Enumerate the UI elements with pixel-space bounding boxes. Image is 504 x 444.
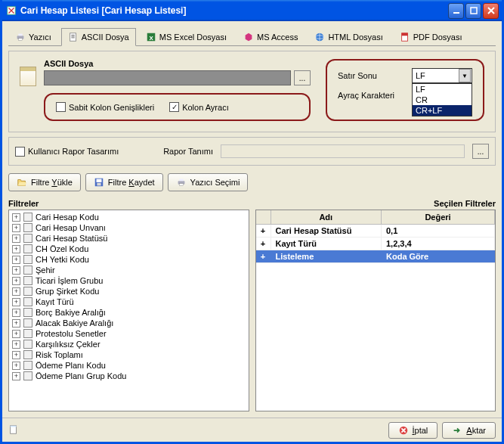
export-panel: ASCII Dosya ... Sabit Kolon Genişlikleri	[8, 51, 496, 132]
report-browse-button[interactable]: ...	[472, 144, 489, 159]
maximize-button[interactable]	[465, 3, 481, 19]
tree-row[interactable]: +Karşılıksız Çekler	[11, 339, 247, 349]
tree-checkbox[interactable]	[23, 297, 32, 306]
tree-checkbox[interactable]	[23, 371, 32, 380]
tree-checkbox[interactable]	[23, 350, 32, 359]
tab-access[interactable]: MS Access	[237, 28, 305, 46]
tree-expand-icon[interactable]: +	[12, 362, 20, 370]
user-design-checkbox[interactable]: Kullanıcı Rapor Tasarımı	[15, 147, 126, 157]
tree-expand-icon[interactable]: +	[12, 266, 20, 275]
tree-checkbox[interactable]	[23, 287, 32, 296]
dropdown-item[interactable]: CR	[413, 95, 472, 105]
tree-row[interactable]: +Cari Hesap Kodu	[11, 212, 247, 222]
tree-row[interactable]: +Kayıt Türü	[11, 297, 247, 307]
tree-checkbox[interactable]	[23, 265, 32, 275]
tree-checkbox[interactable]	[23, 318, 32, 328]
line-end-combo[interactable]: LF ▼	[412, 68, 472, 83]
filter-save-button[interactable]: Filtre Kaydet	[85, 173, 163, 191]
printer-select-button[interactable]: Yazıcı Seçimi	[168, 173, 249, 191]
grid-header-name: Adı	[271, 210, 382, 224]
tree-expand-icon[interactable]: +	[12, 245, 20, 253]
browse-button[interactable]: ...	[294, 70, 311, 85]
tree-expand-icon[interactable]: +	[12, 277, 20, 285]
tree-checkbox[interactable]	[23, 361, 32, 370]
tree-checkbox[interactable]	[23, 255, 32, 264]
tree-row[interactable]: +CH Özel Kodu	[11, 244, 247, 254]
tree-label: Borç Bakiye Aralığı	[36, 308, 106, 317]
tab-excel[interactable]: X MS Excel Dosyası	[139, 28, 233, 46]
tree-expand-icon[interactable]: +	[12, 298, 20, 306]
tree-expand-icon[interactable]: +	[12, 234, 20, 243]
selected-row[interactable]: +Cari Hesap Statüsü0,1	[256, 225, 496, 238]
close-button[interactable]	[483, 3, 499, 19]
tree-checkbox[interactable]	[23, 244, 32, 253]
row-name: Kayıt Türü	[271, 238, 382, 250]
window-title: Cari Hesap Listesi [Cari Hesap Listesi]	[20, 5, 448, 16]
tree-checkbox[interactable]	[23, 213, 32, 222]
tree-label: Karşılıksız Çekler	[36, 340, 100, 349]
tab-ascii[interactable]: ASCII Dosya	[61, 28, 136, 46]
row-expand-icon[interactable]: +	[256, 238, 271, 250]
tree-row[interactable]: +Ödeme Planı Kodu	[11, 360, 247, 371]
tree-expand-icon[interactable]: +	[12, 340, 20, 349]
tree-row[interactable]: +Ticari İşlem Grubu	[11, 275, 247, 286]
tab-html[interactable]: HTML Dosyası	[308, 28, 389, 46]
minimize-button[interactable]	[448, 3, 464, 19]
tree-checkbox[interactable]	[23, 234, 32, 243]
tree-expand-icon[interactable]: +	[12, 319, 20, 328]
filter-tree[interactable]: +Cari Hesap Kodu+Cari Hesap Unvanı+Cari …	[8, 210, 249, 411]
tree-row[interactable]: +Risk Toplamı	[11, 349, 247, 360]
report-def-input[interactable]	[221, 144, 465, 158]
tree-checkbox[interactable]	[23, 340, 32, 349]
grid-header: Adı Değeri	[256, 210, 496, 225]
tree-expand-icon[interactable]: +	[12, 330, 20, 338]
row-expand-icon[interactable]: +	[256, 225, 271, 237]
pdf-icon	[400, 32, 410, 42]
titlebar: Cari Hesap Listesi [Cari Hesap Listesi]	[2, 0, 502, 21]
cancel-button[interactable]: İptal	[388, 422, 438, 439]
tree-expand-icon[interactable]: +	[12, 372, 20, 380]
tab-yazici[interactable]: Yazıcı	[8, 28, 58, 46]
tree-expand-icon[interactable]: +	[12, 224, 20, 232]
tree-row[interactable]: +Protestolu Senetler	[11, 328, 247, 339]
selected-row[interactable]: +Kayıt Türü1,2,3,4	[256, 238, 496, 250]
footer-doc-icon[interactable]	[8, 424, 19, 436]
tree-checkbox[interactable]	[23, 308, 32, 317]
notepad-icon	[20, 67, 36, 86]
fixed-width-checkbox[interactable]: Sabit Kolon Genişlikleri	[56, 102, 154, 112]
tree-expand-icon[interactable]: +	[12, 213, 20, 222]
tree-expand-icon[interactable]: +	[12, 309, 20, 317]
selected-grid: Adı Değeri +Cari Hesap Statüsü0,1+Kayıt …	[255, 210, 496, 411]
folder-open-icon	[17, 177, 27, 188]
tree-checkbox[interactable]	[23, 329, 32, 338]
dropdown-item[interactable]: LF	[413, 84, 472, 95]
filter-left-col: Filtreler +Cari Hesap Kodu+Cari Hesap Un…	[8, 199, 249, 411]
dropdown-item[interactable]: CR+LF	[413, 105, 472, 116]
tree-row[interactable]: +Alacak Bakiye Aralığı	[11, 318, 247, 328]
tree-row[interactable]: +Şehir	[11, 265, 247, 275]
window-controls	[448, 3, 499, 19]
tree-label: Ticari İşlem Grubu	[36, 276, 103, 285]
tree-label: Cari Hesap Statüsü	[36, 234, 107, 243]
tree-expand-icon[interactable]: +	[12, 287, 20, 296]
checkbox-icon	[15, 147, 25, 157]
selected-row[interactable]: +ListelemeKoda Göre	[256, 250, 496, 263]
filter-area: Filtreler +Cari Hesap Kodu+Cari Hesap Un…	[8, 199, 496, 411]
tree-row[interactable]: +Grup Şirket Kodu	[11, 286, 247, 297]
tree-checkbox[interactable]	[23, 276, 32, 285]
row-expand-icon[interactable]: +	[256, 250, 271, 262]
tree-expand-icon[interactable]: +	[12, 256, 20, 264]
transfer-button[interactable]: Aktar	[442, 422, 496, 439]
tree-row[interactable]: +CH Yetki Kodu	[11, 254, 247, 265]
column-sep-checkbox[interactable]: Kolon Ayracı	[169, 102, 229, 112]
tree-row[interactable]: +Ödeme Planı Grup Kodu	[11, 371, 247, 381]
printer-icon	[15, 32, 26, 42]
tree-expand-icon[interactable]: +	[12, 351, 20, 359]
tab-pdf[interactable]: PDF Dosyası	[393, 28, 469, 46]
filter-load-button[interactable]: Filtre Yükle	[8, 173, 81, 191]
tree-checkbox[interactable]	[23, 223, 32, 232]
tree-row[interactable]: +Borç Bakiye Aralığı	[11, 307, 247, 318]
tree-row[interactable]: +Cari Hesap Unvanı	[11, 222, 247, 233]
ascii-path-input[interactable]	[44, 70, 291, 85]
tree-row[interactable]: +Cari Hesap Statüsü	[11, 233, 247, 244]
